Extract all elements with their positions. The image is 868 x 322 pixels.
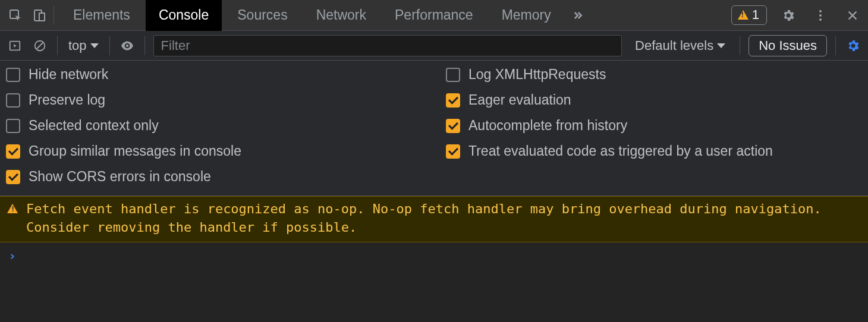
svg-rect-2 bbox=[39, 13, 45, 21]
checkbox-group-similar[interactable] bbox=[6, 144, 20, 159]
label-treat-user-action[interactable]: Treat evaluated code as triggered by a u… bbox=[468, 143, 773, 159]
divider bbox=[109, 36, 110, 55]
device-toolbar-icon[interactable] bbox=[29, 5, 50, 26]
label-show-cors[interactable]: Show CORS errors in console bbox=[29, 169, 211, 185]
svg-point-4 bbox=[819, 10, 822, 12]
warning-text: Fetch event handler is recognized as no-… bbox=[26, 200, 861, 237]
close-icon[interactable] bbox=[842, 5, 863, 26]
warning-icon bbox=[738, 10, 749, 20]
checkbox-eager-eval[interactable] bbox=[446, 93, 460, 108]
prompt-chevron-icon: › bbox=[8, 248, 16, 263]
kebab-menu-icon[interactable] bbox=[810, 5, 831, 26]
inspect-element-icon[interactable] bbox=[5, 5, 26, 26]
checkbox-hide-network[interactable] bbox=[6, 68, 20, 82]
console-toolbar: top Default levels No Issues bbox=[0, 31, 868, 61]
svg-point-9 bbox=[125, 44, 128, 46]
checkbox-show-cors[interactable] bbox=[6, 170, 20, 184]
tab-performance[interactable]: Performance bbox=[382, 0, 486, 31]
tab-console[interactable]: Console bbox=[146, 0, 222, 31]
checkbox-autocomplete-history[interactable] bbox=[446, 119, 460, 133]
devtools-tabbar: Elements Console Sources Network Perform… bbox=[0, 0, 868, 31]
more-tabs-icon[interactable] bbox=[567, 5, 588, 26]
label-preserve-log[interactable]: Preserve log bbox=[29, 92, 105, 108]
label-log-xhr[interactable]: Log XMLHttpRequests bbox=[468, 67, 606, 83]
warnings-badge[interactable]: 1 bbox=[731, 5, 767, 25]
clear-console-icon[interactable] bbox=[31, 37, 49, 55]
divider bbox=[144, 36, 145, 55]
checkbox-preserve-log[interactable] bbox=[6, 93, 20, 108]
chevron-down-icon bbox=[717, 43, 725, 48]
label-eager-eval[interactable]: Eager evaluation bbox=[468, 92, 571, 108]
context-label: top bbox=[68, 38, 87, 53]
divider bbox=[54, 6, 54, 25]
live-expression-icon[interactable] bbox=[118, 37, 136, 55]
checkbox-log-xhr[interactable] bbox=[446, 68, 460, 82]
log-levels-dropdown[interactable]: Default levels bbox=[629, 38, 731, 53]
divider bbox=[835, 36, 836, 55]
label-group-similar[interactable]: Group similar messages in console bbox=[29, 143, 241, 159]
console-warning-message[interactable]: Fetch event handler is recognized as no-… bbox=[0, 196, 868, 242]
warning-icon bbox=[7, 204, 18, 213]
svg-point-5 bbox=[819, 14, 822, 17]
tab-network[interactable]: Network bbox=[303, 0, 379, 31]
chevron-down-icon bbox=[90, 43, 99, 48]
tab-memory[interactable]: Memory bbox=[489, 0, 564, 31]
checkbox-selected-context[interactable] bbox=[6, 119, 20, 133]
tab-sources[interactable]: Sources bbox=[224, 0, 300, 31]
divider bbox=[740, 36, 740, 55]
warnings-count: 1 bbox=[752, 7, 759, 23]
settings-gear-icon[interactable] bbox=[778, 5, 799, 26]
svg-point-6 bbox=[819, 18, 822, 21]
divider bbox=[57, 36, 58, 55]
console-prompt[interactable]: › bbox=[0, 242, 868, 269]
label-selected-context[interactable]: Selected context only bbox=[29, 118, 159, 134]
issues-button[interactable]: No Issues bbox=[749, 35, 827, 56]
label-hide-network[interactable]: Hide network bbox=[29, 67, 108, 83]
checkbox-treat-user-action[interactable] bbox=[446, 144, 460, 159]
label-autocomplete-history[interactable]: Autocomplete from history bbox=[468, 118, 627, 134]
console-settings-gear-icon[interactable] bbox=[844, 37, 862, 55]
toggle-sidebar-icon[interactable] bbox=[6, 37, 24, 55]
tab-elements[interactable]: Elements bbox=[60, 0, 143, 31]
filter-input[interactable] bbox=[153, 35, 622, 56]
context-dropdown[interactable]: top bbox=[66, 38, 101, 53]
levels-label: Default levels bbox=[635, 38, 713, 53]
console-settings-panel: Hide network Log XMLHttpRequests Preserv… bbox=[0, 61, 868, 196]
